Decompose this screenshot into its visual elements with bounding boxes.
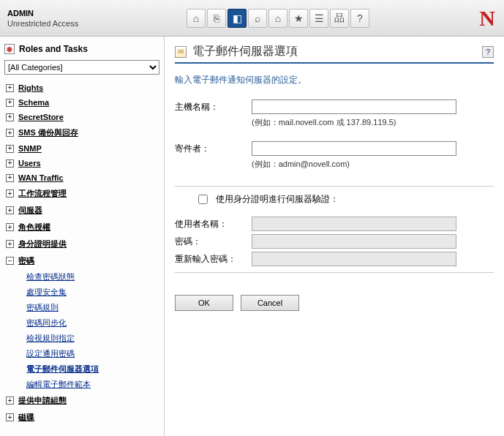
- tree-item-label[interactable]: 磁碟: [18, 412, 34, 423]
- user-input: [252, 217, 456, 231]
- expand-icon[interactable]: +: [6, 396, 14, 405]
- subtree-item[interactable]: 編輯電子郵件範本: [19, 377, 159, 392]
- subtree-item[interactable]: 檢查密碼狀態: [19, 269, 159, 285]
- help-icon[interactable]: ?: [350, 9, 369, 28]
- sidebar-header: ◉ Roles and Tasks: [3, 41, 161, 60]
- expand-icon[interactable]: +: [6, 240, 14, 248]
- expand-icon[interactable]: +: [6, 174, 14, 182]
- tree-item-label[interactable]: WAN Traffic: [18, 173, 64, 182]
- subtree: 檢查密碼狀態處理安全集密碼規則密碼同步化檢視規則指定設定通用密碼電子郵件伺服器選…: [4, 269, 159, 392]
- page-title: 電子郵件伺服器選項: [192, 44, 298, 59]
- tree-item[interactable]: +磁碟: [4, 409, 159, 426]
- tree-item-label[interactable]: SecretStore: [18, 113, 64, 121]
- tree-item-label[interactable]: 工作流程管理: [18, 188, 67, 199]
- from-input[interactable]: [252, 141, 456, 156]
- tools-icon[interactable]: ⌂: [268, 9, 287, 28]
- novell-logo: N: [479, 6, 495, 31]
- subtree-item[interactable]: 處理安全集: [19, 285, 159, 300]
- expand-icon[interactable]: +: [6, 129, 14, 137]
- search-icon[interactable]: ⌕: [248, 9, 267, 28]
- tree-item-label[interactable]: Rights: [18, 83, 43, 92]
- expand-icon[interactable]: +: [6, 145, 14, 153]
- tree-item[interactable]: +身分證明提供: [4, 236, 159, 252]
- tree-item-label[interactable]: 提供申請組態: [18, 395, 67, 406]
- home-icon[interactable]: ⌂: [187, 9, 206, 28]
- auth-checkbox-label: 使用身分證明進行伺服器驗證：: [216, 193, 339, 206]
- pass2-row: 重新輸入密碼：: [175, 252, 494, 266]
- tree-item[interactable]: +SecretStore: [4, 110, 159, 124]
- ok-button[interactable]: OK: [175, 295, 233, 311]
- main-layout: ◉ Roles and Tasks [All Categories] +Righ…: [0, 37, 504, 436]
- exit-icon[interactable]: ⎘: [207, 9, 226, 28]
- tree-item[interactable]: +角色授權: [4, 219, 159, 236]
- tree-item[interactable]: +SNMP: [4, 141, 159, 156]
- divider-bottom: [175, 272, 494, 273]
- tree-item[interactable]: +工作流程管理: [4, 185, 159, 202]
- collapse-icon[interactable]: −: [6, 257, 14, 265]
- tree-item[interactable]: +Schema: [4, 95, 159, 110]
- auth-checkbox[interactable]: [198, 195, 208, 204]
- pass2-input: [252, 252, 456, 266]
- from-hint: (例如：admin@novell.com): [252, 159, 494, 170]
- tree-item-label[interactable]: SMS 備份與回存: [18, 127, 78, 138]
- app-header: ADMIN Unrestricted Access ⌂⎘◧⌕⌂★☰品? N: [0, 0, 504, 37]
- access-level: Unrestricted Access: [7, 19, 157, 28]
- tree-item[interactable]: +提供申請組態: [4, 392, 159, 409]
- help-button[interactable]: ?: [482, 46, 494, 58]
- tree-icon[interactable]: 品: [330, 9, 349, 28]
- expand-icon[interactable]: +: [6, 223, 14, 231]
- tree-item-label[interactable]: Schema: [18, 98, 49, 107]
- sidebar: ◉ Roles and Tasks [All Categories] +Righ…: [0, 37, 165, 436]
- header-identity: ADMIN Unrestricted Access: [0, 4, 165, 32]
- tree-item[interactable]: −密碼: [4, 252, 159, 269]
- from-row: 寄件者： (例如：admin@novell.com): [175, 141, 494, 180]
- book-icon[interactable]: ◧: [227, 9, 247, 28]
- from-label: 寄件者：: [175, 141, 244, 155]
- expand-icon[interactable]: +: [6, 84, 14, 92]
- tree-item[interactable]: +WAN Traffic: [4, 170, 159, 185]
- subtree-item[interactable]: 電子郵件伺服器選項: [19, 361, 159, 377]
- tree-item-label[interactable]: 角色授權: [18, 222, 50, 233]
- user-row: 使用者名稱：: [175, 217, 494, 231]
- page-title-row: ✉ 電子郵件伺服器選項 ?: [175, 44, 494, 62]
- host-input[interactable]: [252, 99, 456, 114]
- pass-row: 密碼：: [175, 234, 494, 249]
- tree-item[interactable]: +伺服器: [4, 202, 159, 219]
- expand-icon[interactable]: +: [6, 413, 14, 421]
- subtree-item[interactable]: 密碼規則: [19, 300, 159, 315]
- expand-icon[interactable]: +: [6, 206, 14, 214]
- auth-check-row: 使用身分證明進行伺服器驗證：: [175, 192, 494, 206]
- tree-item[interactable]: +SMS 備份與回存: [4, 124, 159, 141]
- tree-item[interactable]: +Rights: [4, 80, 159, 95]
- expand-icon[interactable]: +: [6, 99, 14, 107]
- category-select[interactable]: [All Categories]: [4, 60, 159, 75]
- host-label: 主機名稱：: [175, 99, 244, 113]
- toolbar: ⌂⎘◧⌕⌂★☰品?: [165, 9, 369, 28]
- host-row: 主機名稱： (例如：mail.novell.com 或 137.89.119.5…: [175, 99, 494, 138]
- app-title: ADMIN: [7, 9, 157, 18]
- favorite-icon[interactable]: ★: [289, 9, 308, 28]
- user-label: 使用者名稱：: [175, 217, 244, 230]
- roles-icon: ◉: [4, 44, 15, 54]
- expand-icon[interactable]: +: [6, 159, 14, 168]
- tree-item-label[interactable]: 伺服器: [18, 205, 42, 216]
- tree-item-label[interactable]: SNMP: [18, 144, 42, 153]
- tree-item-label[interactable]: 身分證明提供: [18, 238, 67, 249]
- expand-icon[interactable]: +: [6, 189, 14, 198]
- tree-item-label[interactable]: Users: [18, 159, 41, 168]
- list-icon[interactable]: ☰: [309, 9, 328, 28]
- nav-tree: +Rights+Schema+SecretStore+SMS 備份與回存+SNM…: [3, 79, 161, 427]
- sidebar-title: Roles and Tasks: [19, 44, 88, 54]
- intro-text: 輸入電子郵件通知伺服器的設定。: [175, 74, 494, 86]
- mail-settings-icon: ✉: [175, 46, 187, 58]
- divider: [175, 186, 494, 187]
- subtree-item[interactable]: 設定通用密碼: [19, 346, 159, 361]
- subtree-item[interactable]: 密碼同步化: [19, 315, 159, 331]
- tree-item-label[interactable]: 密碼: [18, 255, 34, 266]
- title-underline: [175, 62, 494, 64]
- category-select-wrap: [All Categories]: [3, 60, 161, 79]
- subtree-item[interactable]: 檢視規則指定: [19, 331, 159, 346]
- expand-icon[interactable]: +: [6, 113, 14, 121]
- cancel-button[interactable]: Cancel: [241, 295, 299, 311]
- tree-item[interactable]: +Users: [4, 156, 159, 170]
